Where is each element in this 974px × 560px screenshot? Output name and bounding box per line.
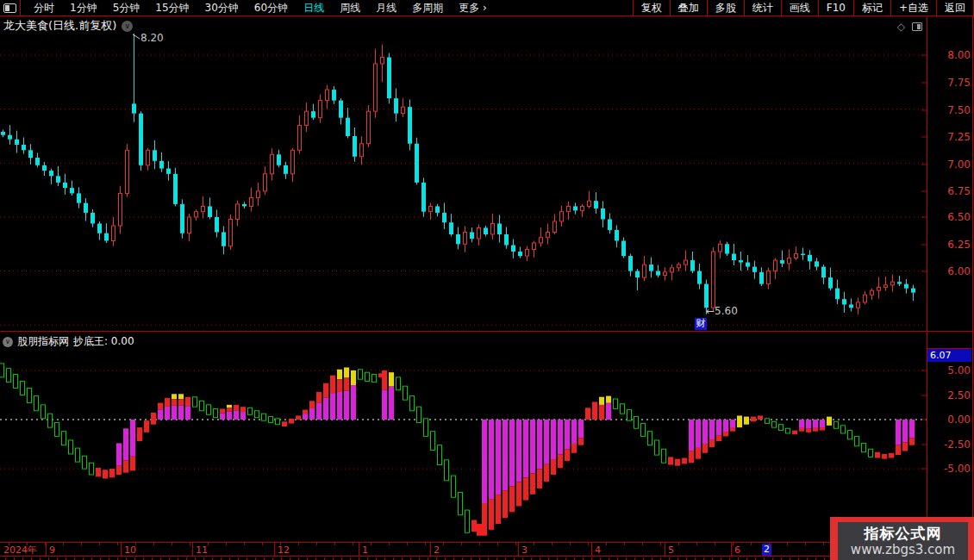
event-tag-badge[interactable]: 财 (695, 318, 707, 330)
month-label-0: 9 (49, 544, 55, 556)
indicator-axis-label-2: 0.00 (931, 414, 971, 425)
toolbar-period-item-10[interactable]: 更多 › (451, 1, 495, 16)
week-tick (443, 543, 444, 545)
month-divider (274, 543, 275, 556)
price-axis-label-7: 6.25 (931, 240, 971, 250)
toolbar-tool-item-2[interactable]: 多股 (707, 0, 744, 16)
indicator-name-value: 抄底王: 0.00 (73, 334, 134, 349)
diamond-icon[interactable]: ◇ (897, 21, 905, 33)
indicator-axis-label-1: 2.50 (931, 390, 971, 401)
week-tick (172, 543, 172, 545)
toolbar-period-item-0[interactable]: 分时 (26, 1, 62, 16)
chevron-down-icon[interactable]: ∨ (122, 21, 133, 32)
corner-icons: ◇ (897, 21, 922, 33)
price-axis-label-2: 7.50 (931, 105, 971, 115)
price-axis-label-1: 7.75 (931, 78, 971, 88)
chart-canvas[interactable] (0, 0, 974, 560)
week-tick (479, 543, 480, 545)
week-tick (63, 543, 64, 545)
indicator-axis-label-3: -2.50 (931, 439, 971, 450)
indicator-header: ∨ 股朋指标网 抄底王: 0.00 (3, 334, 134, 349)
month-divider (665, 543, 665, 556)
week-tick (642, 543, 643, 545)
week-tick (117, 543, 118, 545)
selected-date-badge: 2 (762, 544, 771, 556)
toolbar-period-item-6[interactable]: 日线 (296, 1, 332, 16)
high-price-annotation: 8.20 (140, 32, 164, 44)
week-tick (208, 543, 209, 545)
price-axis-label-4: 7.00 (931, 159, 971, 170)
week-tick (660, 543, 661, 545)
month-label-3: 12 (278, 544, 290, 556)
week-tick (552, 543, 553, 545)
toolbar-period-item-4[interactable]: 30分钟 (197, 1, 247, 16)
right-border (972, 0, 973, 560)
last-value-box: 6.07 (927, 348, 971, 362)
month-divider (192, 543, 193, 556)
toolbar-tool-item-4[interactable]: 画线 (781, 0, 818, 16)
week-tick (153, 543, 154, 545)
week-tick (81, 543, 82, 545)
toolbar-tool-item-6[interactable]: 标记 (853, 0, 890, 16)
week-tick (823, 543, 824, 545)
low-price-annotation: ←5.60 (706, 305, 738, 317)
week-tick (696, 543, 697, 545)
month-label-1: 10 (124, 544, 136, 556)
month-label-8: 5 (668, 544, 674, 556)
toolbar-period-item-2[interactable]: 5分钟 (105, 1, 148, 16)
chevron-down-icon[interactable]: ∨ (3, 337, 13, 347)
week-tick (497, 543, 498, 545)
week-tick (334, 543, 335, 545)
toolbar-period-item-9[interactable]: 多周期 (404, 1, 451, 16)
week-tick (27, 543, 28, 545)
month-label-7: 4 (595, 544, 601, 556)
chart-title-row: 龙大美食(日线.前复权) ∨ (3, 18, 133, 34)
month-label-9: 6 (734, 544, 740, 556)
toolbar-period-item-8[interactable]: 月线 (368, 1, 404, 16)
toolbar-period-item-1[interactable]: 1分钟 (62, 1, 105, 16)
time-axis[interactable]: 2024年 2 9101112123456 (0, 542, 974, 557)
toolbar-period-item-5[interactable]: 60分钟 (247, 1, 296, 16)
toolbar-period-item-7[interactable]: 周线 (332, 1, 368, 16)
week-tick (371, 543, 371, 545)
app-window: 分时1分钟5分钟15分钟30分钟60分钟日线周线月线多周期更多 › 复权叠加多股… (0, 0, 974, 560)
indicator-axis-label-0: 5.00 (931, 365, 971, 376)
month-label-5: 2 (434, 544, 440, 556)
week-tick (570, 543, 571, 545)
price-axis-label-5: 6.75 (931, 186, 971, 196)
split-pane-icon[interactable] (912, 22, 922, 31)
week-tick (461, 543, 462, 545)
watermark: 指标公式网 www.zbgs3.com (830, 517, 974, 560)
month-divider (591, 543, 592, 556)
month-label-6: 3 (521, 544, 528, 556)
time-axis-subrow (0, 557, 974, 560)
week-tick (733, 543, 734, 545)
year-label: 2024年 (3, 544, 37, 556)
month-label-2: 11 (196, 544, 208, 556)
month-divider (359, 543, 359, 556)
toolbar-divider (20, 0, 21, 16)
toolbar-tool-item-1[interactable]: 叠加 (670, 0, 707, 16)
layout-icon[interactable] (3, 3, 16, 13)
week-tick (226, 543, 227, 545)
week-tick (515, 543, 516, 545)
week-tick (678, 543, 679, 545)
toolbar-tool-item-3[interactable]: 统计 (744, 0, 781, 16)
toolbar-tool-item-7[interactable]: +自选 (890, 0, 936, 16)
toolbar-tool-item-5[interactable]: F10 (818, 0, 853, 16)
top-toolbar: 分时1分钟5分钟15分钟30分钟60分钟日线周线月线多周期更多 › 复权叠加多股… (0, 0, 974, 16)
month-divider (518, 543, 519, 556)
toolbar-tool-item-8[interactable]: 返回 (936, 0, 974, 16)
week-tick (534, 543, 534, 545)
toolbar-period-item-3[interactable]: 15分钟 (147, 1, 197, 16)
week-tick (389, 543, 390, 545)
week-tick (624, 543, 625, 545)
watermark-inner: 指标公式网 www.zbgs3.com (838, 522, 968, 560)
week-tick (280, 543, 281, 545)
week-tick (407, 543, 408, 545)
week-tick (316, 543, 317, 545)
period-menu: 分时1分钟5分钟15分钟30分钟60分钟日线周线月线多周期更多 › (26, 1, 495, 16)
month-divider (430, 543, 431, 556)
toolbar-tool-item-0[interactable]: 复权 (633, 0, 670, 16)
week-tick (769, 543, 770, 545)
